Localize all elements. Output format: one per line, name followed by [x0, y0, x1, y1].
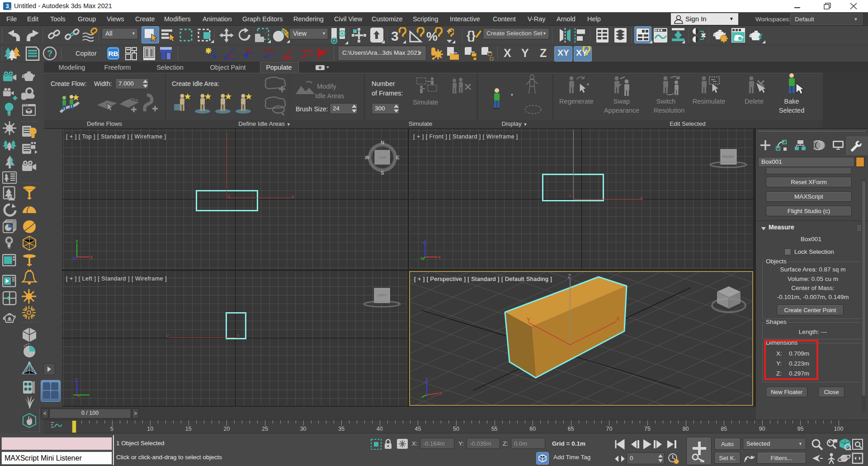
svg-text:Z: Z [423, 240, 426, 245]
svg-text:Z: Z [568, 273, 571, 280]
svg-text:Z: Z [425, 378, 428, 384]
svg-text:45: 45 [286, 54, 290, 59]
svg-text:Y: Y [527, 317, 530, 323]
svg-text:25: 25 [325, 48, 329, 52]
svg-text:TOP: TOP [379, 156, 386, 160]
svg-text:x: x [438, 254, 441, 260]
svg-text:E: E [396, 155, 399, 160]
svg-text:NOTE: NOTE [264, 49, 274, 53]
svg-text:NOTE: NOTE [302, 49, 312, 53]
svg-text:45: 45 [227, 54, 232, 59]
svg-text:z: z [75, 378, 78, 383]
svg-text:LEFT: LEFT [377, 293, 387, 297]
svg-text:N: N [381, 140, 384, 145]
svg-text:RB: RB [108, 50, 118, 57]
svg-text:Y: Y [75, 240, 79, 245]
svg-text:X: X [616, 316, 620, 322]
svg-text:50: 50 [246, 48, 251, 53]
svg-text:{}: {} [467, 29, 476, 42]
svg-text:v: v [72, 396, 75, 398]
svg-text:x: x [439, 390, 442, 396]
svg-text:W: W [365, 155, 370, 160]
svg-text:v: v [420, 255, 423, 260]
svg-text:Y: Y [420, 396, 424, 398]
svg-text:3: 3 [391, 29, 399, 43]
svg-text:z: z [73, 255, 75, 260]
svg-text:x: x [90, 254, 93, 260]
svg-text:?: ? [47, 48, 52, 58]
svg-text:3: 3 [5, 3, 9, 10]
svg-text:S: S [381, 170, 384, 175]
svg-text:FRONT: FRONT [722, 155, 735, 159]
